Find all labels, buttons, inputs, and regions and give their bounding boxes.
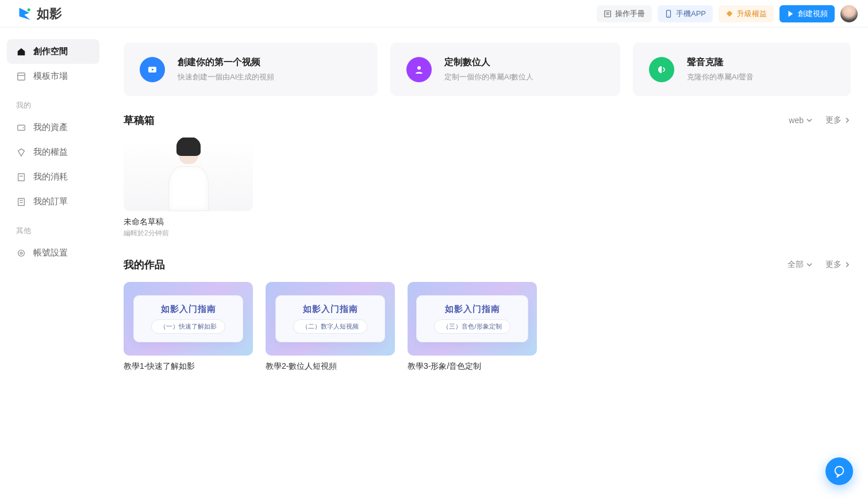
video-icon [140, 57, 165, 82]
gear-icon [16, 248, 26, 258]
order-icon [16, 197, 26, 207]
chevron-right-icon [844, 117, 851, 124]
works-header: 我的作品 全部 更多 [124, 258, 851, 272]
drafts-more[interactable]: 更多 [825, 115, 851, 125]
draft-thumbnail [124, 138, 253, 211]
svg-point-19 [835, 467, 844, 475]
wallet-icon [16, 123, 26, 133]
svg-rect-10 [18, 173, 25, 181]
draft-meta: 編輯於2分钟前 [124, 228, 253, 238]
create-video-button[interactable]: 創建視頻 [779, 5, 835, 22]
drafts-heading: 草稿箱 [124, 113, 155, 127]
sidebar-item-workspace[interactable]: 創作空間 [7, 39, 99, 64]
chat-fab[interactable] [825, 457, 853, 485]
manual-button[interactable]: 操作手冊 [597, 5, 652, 22]
work-item[interactable]: 如影入门指南（一）快速了解如影 教學1-快速了解如影 [124, 282, 253, 373]
template-icon [16, 71, 26, 82]
sidebar-item-templates[interactable]: 模板市場 [7, 64, 99, 89]
work-thumbnail: 如影入门指南（二）数字人短视频 [266, 282, 395, 356]
works-grid: 如影入门指南（一）快速了解如影 教學1-快速了解如影 如影入门指南（二）数字人短… [124, 282, 851, 373]
main-content: 創建你的第一个视频快速創建一個由AI生成的視頻 定制數位人定制一個你的專屬AI數… [106, 28, 868, 500]
drafts-filter[interactable]: web [789, 116, 813, 125]
work-item[interactable]: 如影入门指南（三）音色/形象定制 教學3-形象/音色定制 [408, 282, 537, 373]
sidebar: 創作空間 模板市場 我的 我的資產 我的權益 我的消耗 我的訂單 其他 帳號設置 [0, 28, 106, 500]
chevron-right-icon [844, 261, 851, 268]
chevron-down-icon [806, 261, 813, 268]
work-thumbnail: 如影入门指南（一）快速了解如影 [124, 282, 253, 356]
svg-rect-6 [18, 72, 25, 80]
phone-icon [665, 10, 673, 18]
drafts-grid: 未命名草稿 編輯於2分钟前 [124, 138, 851, 238]
voice-icon [649, 57, 674, 82]
work-item[interactable]: 如影入门指南（二）数字人短视频 教學2-數位人短視頻 [266, 282, 395, 373]
svg-rect-1 [605, 10, 611, 17]
sidebar-group-mine: 我的 [7, 89, 99, 115]
mobile-app-button[interactable]: 手機APP [658, 5, 713, 22]
draft-item[interactable]: 未命名草稿 編輯於2分钟前 [124, 138, 253, 238]
diamond-icon [725, 10, 733, 18]
svg-point-16 [20, 252, 22, 254]
chat-icon [833, 465, 846, 478]
sidebar-item-assets[interactable]: 我的資產 [7, 115, 99, 140]
usage-icon [16, 172, 26, 182]
work-title: 教學1-快速了解如影 [124, 361, 253, 372]
action-cards: 創建你的第一个视频快速創建一個由AI生成的視頻 定制數位人定制一個你的專屬AI數… [124, 43, 851, 96]
card-create-video[interactable]: 創建你的第一个视频快速創建一個由AI生成的視頻 [124, 43, 378, 96]
svg-point-0 [28, 8, 30, 11]
sidebar-item-settings[interactable]: 帳號設置 [7, 241, 99, 265]
home-icon [16, 47, 26, 57]
work-title: 教學3-形象/音色定制 [408, 361, 537, 372]
brand-logo[interactable]: 如影 [17, 5, 62, 22]
draft-title: 未命名草稿 [124, 217, 253, 227]
drafts-header: 草稿箱 web 更多 [124, 113, 851, 127]
works-heading: 我的作品 [124, 258, 165, 272]
play-icon [786, 10, 794, 18]
card-voice-clone[interactable]: 聲音克隆克隆你的專屬AI聲音 [633, 43, 851, 96]
chevron-down-icon [806, 117, 813, 124]
svg-point-15 [18, 250, 25, 256]
rights-icon [16, 147, 26, 158]
header-actions: 操作手冊 手機APP 升級權益 創建視頻 [597, 5, 858, 22]
work-thumbnail: 如影入门指南（三）音色/形象定制 [408, 282, 537, 356]
svg-point-18 [417, 66, 421, 70]
sidebar-group-other: 其他 [7, 214, 99, 241]
card-digital-human[interactable]: 定制數位人定制一個你的專屬AI數位人 [390, 43, 620, 96]
sidebar-item-usage[interactable]: 我的消耗 [7, 165, 99, 189]
user-avatar[interactable] [840, 5, 858, 22]
book-icon [604, 10, 612, 18]
works-more[interactable]: 更多 [825, 259, 851, 270]
sidebar-item-orders[interactable]: 我的訂單 [7, 189, 99, 214]
logo-icon [17, 6, 33, 22]
top-header: 如影 操作手冊 手機APP 升級權益 創建視頻 [0, 0, 868, 28]
works-filter[interactable]: 全部 [788, 259, 813, 270]
brand-text: 如影 [37, 5, 62, 22]
svg-rect-12 [18, 198, 25, 205]
sidebar-item-rights[interactable]: 我的權益 [7, 140, 99, 165]
person-icon [406, 57, 432, 82]
upgrade-button[interactable]: 升級權益 [719, 5, 774, 22]
svg-point-5 [668, 16, 669, 16]
work-title: 教學2-數位人短視頻 [266, 361, 395, 372]
svg-point-9 [23, 127, 24, 128]
